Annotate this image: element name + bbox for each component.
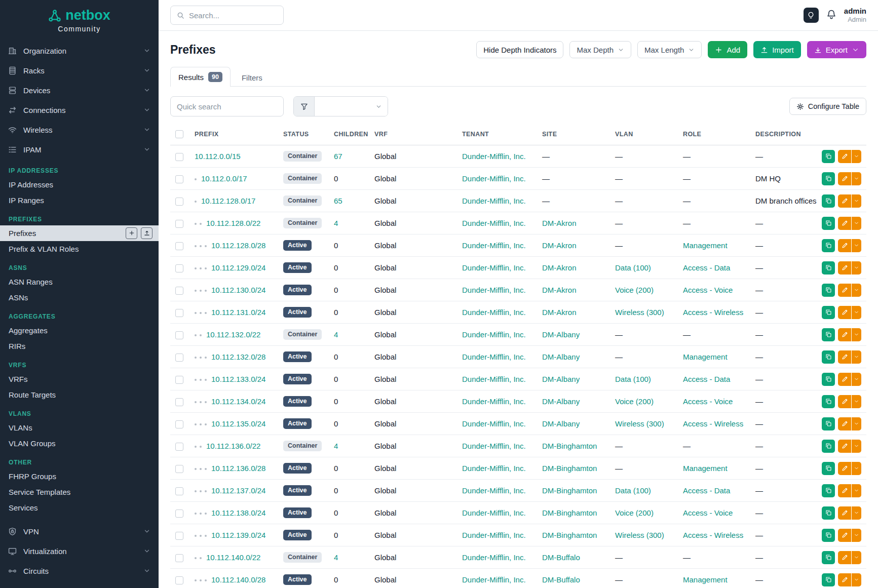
select-all-checkbox[interactable] bbox=[175, 130, 183, 138]
clone-button[interactable] bbox=[822, 328, 835, 341]
global-search-input[interactable] bbox=[189, 11, 277, 20]
edit-button[interactable] bbox=[838, 172, 851, 185]
role-link[interactable]: Management bbox=[683, 241, 728, 250]
tenant-link[interactable]: Dunder-Mifflin, Inc. bbox=[462, 152, 526, 161]
edit-dropdown-button[interactable] bbox=[852, 551, 861, 564]
role-link[interactable]: Access - Voice bbox=[683, 286, 733, 294]
edit-dropdown-button[interactable] bbox=[852, 373, 861, 386]
sidebar-item-racks[interactable]: Racks bbox=[0, 61, 159, 81]
sidebar-item-route-targets[interactable]: Route Targets bbox=[0, 387, 159, 403]
prefix-link[interactable]: 10.112.134.0/24 bbox=[211, 397, 265, 406]
edit-button[interactable] bbox=[838, 462, 851, 475]
prefix-link[interactable]: 10.112.136.0/28 bbox=[211, 464, 265, 473]
vlan-link[interactable]: Voice (200) bbox=[615, 286, 654, 294]
sidebar-item-ip-addresses[interactable]: IP Addresses bbox=[0, 177, 159, 192]
clone-button[interactable] bbox=[822, 150, 835, 163]
export-button[interactable]: Export bbox=[807, 41, 866, 58]
prefix-link[interactable]: 10.112.129.0/24 bbox=[211, 263, 265, 272]
site-link[interactable]: DM-Buffalo bbox=[542, 575, 580, 584]
clone-button[interactable] bbox=[822, 217, 835, 230]
edit-dropdown-button[interactable] bbox=[852, 506, 861, 520]
sidebar-item-vlans[interactable]: VLANs bbox=[0, 420, 159, 436]
prefix-link[interactable]: 10.112.128.0/28 bbox=[211, 241, 265, 250]
site-link[interactable]: DM-Albany bbox=[542, 397, 580, 406]
add-quick-button[interactable] bbox=[126, 227, 137, 239]
edit-button[interactable] bbox=[838, 350, 851, 364]
row-checkbox[interactable] bbox=[175, 153, 183, 161]
edit-dropdown-button[interactable] bbox=[852, 350, 861, 364]
site-link[interactable]: DM-Albany bbox=[542, 419, 580, 428]
vlan-link[interactable]: Voice (200) bbox=[615, 508, 654, 517]
sidebar-item-prefix-vlan-roles[interactable]: Prefix & VLAN Roles bbox=[0, 241, 159, 257]
vlan-link[interactable]: Data (100) bbox=[615, 486, 651, 495]
sidebar-item-devices[interactable]: Devices bbox=[0, 81, 159, 100]
sidebar-item-vpn[interactable]: VPN bbox=[0, 522, 159, 541]
hide-depth-indicators-button[interactable]: Hide Depth Indicators bbox=[476, 41, 563, 58]
prefix-link[interactable]: 10.112.131.0/24 bbox=[211, 308, 265, 317]
prefix-link[interactable]: 10.112.133.0/24 bbox=[211, 375, 265, 383]
site-link[interactable]: DM-Buffalo bbox=[542, 553, 580, 562]
site-link[interactable]: DM-Binghamton bbox=[542, 486, 597, 495]
role-link[interactable]: Access - Wireless bbox=[683, 419, 743, 428]
role-link[interactable]: Access - Data bbox=[683, 486, 730, 495]
site-link[interactable]: DM-Albany bbox=[542, 352, 580, 361]
vlan-link[interactable]: Data (100) bbox=[615, 375, 651, 383]
edit-dropdown-button[interactable] bbox=[852, 217, 861, 230]
prefix-link[interactable]: 10.112.128.0/17 bbox=[201, 197, 255, 205]
brand-logo[interactable]: netbox bbox=[48, 8, 110, 23]
prefix-link[interactable]: 10.112.137.0/24 bbox=[211, 486, 265, 495]
tab-results[interactable]: Results90 bbox=[170, 67, 231, 87]
edit-button[interactable] bbox=[838, 284, 851, 297]
site-link[interactable]: DM-Binghamton bbox=[542, 464, 597, 473]
edit-button[interactable] bbox=[838, 239, 851, 252]
clone-button[interactable] bbox=[822, 284, 835, 297]
edit-dropdown-button[interactable] bbox=[852, 484, 861, 497]
theme-toggle-button[interactable] bbox=[804, 8, 819, 23]
row-checkbox[interactable] bbox=[175, 264, 183, 272]
sidebar-item-fhrp-groups[interactable]: FHRP Groups bbox=[0, 468, 159, 484]
edit-button[interactable] bbox=[838, 551, 851, 564]
tenant-link[interactable]: Dunder-Mifflin, Inc. bbox=[462, 330, 526, 339]
row-checkbox[interactable] bbox=[175, 509, 183, 518]
clone-button[interactable] bbox=[822, 573, 835, 586]
clone-button[interactable] bbox=[822, 529, 835, 542]
clone-button[interactable] bbox=[822, 239, 835, 252]
sidebar-item-service-templates[interactable]: Service Templates bbox=[0, 484, 159, 500]
row-checkbox[interactable] bbox=[175, 220, 183, 228]
edit-button[interactable] bbox=[838, 417, 851, 430]
edit-button[interactable] bbox=[838, 328, 851, 341]
max-length-dropdown[interactable]: Max Length bbox=[637, 41, 702, 58]
edit-button[interactable] bbox=[838, 529, 851, 542]
tenant-link[interactable]: Dunder-Mifflin, Inc. bbox=[462, 486, 526, 495]
row-checkbox[interactable] bbox=[175, 465, 183, 473]
edit-dropdown-button[interactable] bbox=[852, 529, 861, 542]
clone-button[interactable] bbox=[822, 172, 835, 185]
edit-dropdown-button[interactable] bbox=[852, 462, 861, 475]
sidebar-item-aggregates[interactable]: Aggregates bbox=[0, 323, 159, 338]
row-checkbox[interactable] bbox=[175, 398, 183, 406]
sidebar-item-circuits[interactable]: Circuits bbox=[0, 561, 159, 581]
row-checkbox[interactable] bbox=[175, 309, 183, 317]
prefix-link[interactable]: 10.112.140.0/28 bbox=[211, 575, 265, 584]
row-checkbox[interactable] bbox=[175, 376, 183, 384]
role-link[interactable]: Access - Voice bbox=[683, 397, 733, 406]
vlan-link[interactable]: Voice (200) bbox=[615, 397, 654, 406]
tenant-link[interactable]: Dunder-Mifflin, Inc. bbox=[462, 241, 526, 250]
edit-dropdown-button[interactable] bbox=[852, 417, 861, 430]
sidebar-item-virtualization[interactable]: Virtualization bbox=[0, 541, 159, 561]
role-link[interactable]: Access - Data bbox=[683, 375, 730, 383]
clone-button[interactable] bbox=[822, 306, 835, 319]
vlan-link[interactable]: Wireless (300) bbox=[615, 531, 664, 539]
edit-dropdown-button[interactable] bbox=[852, 239, 861, 252]
clone-button[interactable] bbox=[822, 551, 835, 564]
edit-button[interactable] bbox=[838, 217, 851, 230]
site-link[interactable]: DM-Akron bbox=[542, 241, 577, 250]
prefix-link[interactable]: 10.112.0.0/17 bbox=[201, 174, 247, 183]
prefix-link[interactable]: 10.112.139.0/24 bbox=[211, 531, 265, 539]
sidebar-item-connections[interactable]: Connections bbox=[0, 100, 159, 120]
edit-button[interactable] bbox=[838, 194, 851, 208]
clone-button[interactable] bbox=[822, 462, 835, 475]
clone-button[interactable] bbox=[822, 484, 835, 497]
tenant-link[interactable]: Dunder-Mifflin, Inc. bbox=[462, 442, 526, 450]
role-link[interactable]: Access - Data bbox=[683, 263, 730, 272]
